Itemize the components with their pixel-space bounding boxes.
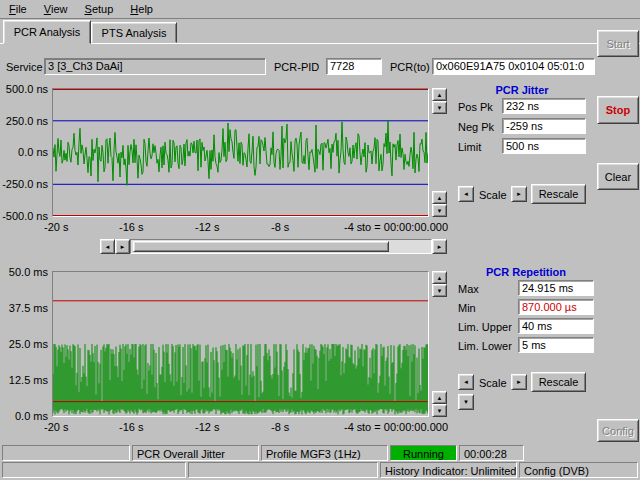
down-arrow-icon: ▼ [463,399,469,405]
stop-button[interactable]: Stop [597,96,639,124]
jitter-rescale-label: Rescale [539,188,579,200]
jitter-limit-label: Limit [458,141,481,153]
service-label: Service [6,61,43,73]
status-time-cell: 00:00:28 [459,445,524,461]
right-arrow-icon: ► [516,191,522,197]
jitter-xtick-1: -16 s [119,221,143,233]
jitter-xtick-2: -12 s [195,221,219,233]
repetition-plot [52,271,429,417]
rep-xtick-2: -12 s [195,421,219,433]
rep-ymax-down-button[interactable]: ▼ [432,284,447,297]
pcr-to-field: 0x060E91A75 0x0104 05:01:0 [432,58,595,75]
jitter-limit-field[interactable]: 500 ns [502,138,586,154]
max-value-field: 24.915 ms [518,280,594,296]
rep-scale-mode-button[interactable]: ▼ [458,394,474,410]
pos-pk-label: Pos Pk [458,101,493,113]
jitter-trace [53,89,428,216]
up-arrow-icon: ▲ [437,195,443,201]
rep-xtick-1: -16 s [119,421,143,433]
menu-help[interactable]: Help [123,0,160,17]
jitter-ytick-2: 0.0 ns [2,146,48,158]
rep-xtick-3: -8 s [271,421,289,433]
rep-ymax-up-button[interactable]: ▲ [432,271,447,284]
jitter-scale-label: Scale [479,189,507,201]
status2-config-cell: Config (DVB) [519,462,638,478]
right-arrow-icon: ► [516,379,522,385]
repetition-trace [53,272,428,416]
rep-ytick-0: 50.0 ms [2,266,48,278]
scrollbar-step-left-button[interactable]: ◄ [100,239,115,254]
status-profile-cell: Profile MGF3 (1Hz) [261,445,388,461]
up-arrow-icon: ▲ [437,395,443,401]
rep-ytick-2: 25.0 ms [2,338,48,350]
max-label: Max [458,283,479,295]
rep-rescale-button[interactable]: Rescale [531,372,586,392]
tab-pcr-analysis[interactable]: PCR Analysis [3,20,91,44]
pcr-to-label: PCR(to) [390,61,430,73]
min-value-field: 870.000 µs [518,299,594,315]
pcr-pid-label: PCR-PID [274,61,319,73]
config-button[interactable]: Config [597,419,639,442]
rep-xtick-0: -20 s [44,421,68,433]
lim-lower-field[interactable]: 5 ms [518,337,594,353]
neg-pk-value-field: -259 ns [502,118,586,134]
left-arrow-icon: ◄ [463,191,469,197]
lim-lower-label: Lim. Lower [458,340,512,352]
jitter-plot [52,88,429,217]
down-arrow-icon: ▼ [437,288,443,294]
down-arrow-icon: ▼ [437,208,443,214]
rep-ytick-1: 37.5 ms [2,302,48,314]
rep-ytick-4: 0.0 ms [2,410,48,422]
jitter-ytick-3: -250.0 ns [2,178,48,190]
pcr-pid-field: 7728 [326,58,382,75]
left-arrow-icon: ◄ [463,379,469,385]
jitter-rescale-button[interactable]: Rescale [531,184,586,204]
jitter-scale-increase-button[interactable]: ► [511,186,527,202]
tab-pts-analysis[interactable]: PTS Analysis [91,22,177,43]
jitter-ymax-down-button[interactable]: ▼ [432,101,447,114]
right-arrow-icon: ► [120,244,126,250]
up-arrow-icon: ▲ [437,92,443,98]
rep-ymin-down-button[interactable]: ▼ [432,404,447,417]
start-button[interactable]: Start [597,30,639,57]
scrollbar-thumb[interactable] [133,241,389,252]
rep-scale-increase-button[interactable]: ► [511,374,527,390]
right-arrow-icon: ► [437,244,443,250]
jitter-scale-decrease-button[interactable]: ◄ [458,186,474,202]
clear-button-label: Clear [605,171,631,183]
menu-setup[interactable]: Setup [78,0,121,17]
jitter-ymin-up-button[interactable]: ▲ [432,191,447,204]
jitter-ytick-1: 250.0 ns [2,115,48,127]
up-arrow-icon: ▲ [437,275,443,281]
status2-empty-cell-1 [2,462,186,478]
menu-view[interactable]: View [37,0,75,17]
jitter-xtick-3: -8 s [271,221,289,233]
scrollbar-step-right-button[interactable]: ► [115,239,130,254]
down-arrow-icon: ▼ [437,105,443,111]
pos-pk-value-field: 232 ns [502,98,586,114]
menu-file[interactable]: File [2,0,34,17]
scrollbar-track[interactable] [130,239,432,254]
jitter-panel-title: PCR Jitter [452,84,592,96]
start-button-label: Start [606,38,629,50]
rep-scale-decrease-button[interactable]: ◄ [458,374,474,390]
status2-empty-cell-2 [188,462,378,478]
neg-pk-label: Neg Pk [458,121,494,133]
status2-history-cell: History Indicator: Unlimited [380,462,517,478]
service-field[interactable]: 3 [3_Ch3 DaAi] [44,58,266,75]
clear-button[interactable]: Clear [597,163,639,190]
stop-button-label: Stop [606,104,630,116]
tab-pcr-label: PCR Analysis [14,26,81,38]
left-arrow-icon: ◄ [105,244,111,250]
rep-scale-label: Scale [479,377,507,389]
jitter-ymax-up-button[interactable]: ▲ [432,88,447,101]
tab-pts-label: PTS Analysis [102,27,167,39]
rep-ytick-3: 12.5 ms [2,374,48,386]
scrollbar-right-button[interactable]: ► [432,239,447,254]
jitter-xtick-0: -20 s [44,221,68,233]
jitter-ymin-down-button[interactable]: ▼ [432,204,447,217]
repetition-panel-title: PCR Repetition [452,266,600,278]
rep-ymin-up-button[interactable]: ▲ [432,391,447,404]
rep-rescale-label: Rescale [539,376,579,388]
lim-upper-field[interactable]: 40 ms [518,318,594,334]
